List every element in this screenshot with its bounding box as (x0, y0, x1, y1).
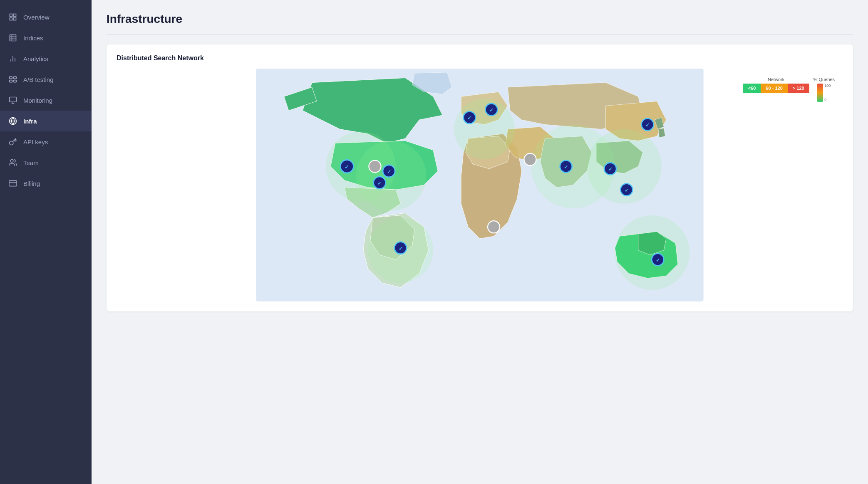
globe-icon (8, 116, 17, 126)
svg-text:✓: ✓ (377, 180, 382, 186)
sidebar-item-label: Infra (23, 118, 37, 125)
svg-text:✓: ✓ (399, 246, 403, 252)
svg-rect-4 (10, 35, 16, 41)
sidebar-item-label: Analytics (23, 55, 48, 62)
svg-rect-14 (14, 80, 17, 82)
svg-rect-22 (9, 180, 17, 186)
svg-rect-0 (10, 14, 12, 17)
legend-seg-orange: 60 - 120 (761, 84, 787, 93)
sidebar-item-label: Monitoring (23, 97, 52, 104)
key-icon (8, 137, 17, 146)
legend-scale: 100 0 (824, 84, 831, 102)
svg-rect-11 (10, 77, 12, 79)
title-divider (107, 34, 853, 35)
glow-australia (615, 215, 689, 290)
sidebar-item-label: API keys (23, 138, 48, 146)
sidebar-item-label: Indices (23, 35, 43, 42)
svg-rect-13 (10, 80, 12, 82)
sidebar-item-label: Billing (23, 180, 40, 187)
sidebar: Overview Indices Analytics A/B testing M… (0, 0, 92, 484)
svg-text:✓: ✓ (489, 107, 494, 113)
bar-chart-icon (8, 54, 17, 63)
svg-point-21 (10, 160, 13, 163)
svg-text:✓: ✓ (564, 164, 568, 170)
grid-icon (8, 12, 17, 22)
sidebar-item-billing[interactable]: Billing (0, 173, 92, 194)
svg-rect-12 (14, 77, 17, 79)
map-legend: Network <60 60 - 120 > 120 % Queries 100… (743, 77, 835, 102)
svg-point-20 (10, 141, 13, 145)
users-icon (8, 158, 17, 167)
legend-seg-green: <60 (743, 84, 761, 93)
table-icon (8, 33, 17, 42)
legend-network: Network <60 60 - 120 > 120 (743, 77, 809, 93)
page-title: Infrastructure (107, 12, 853, 26)
svg-text:✓: ✓ (467, 115, 471, 121)
sidebar-item-label: Team (23, 159, 39, 166)
sidebar-item-team[interactable]: Team (0, 152, 92, 173)
sidebar-item-monitoring[interactable]: Monitoring (0, 90, 92, 111)
svg-text:✓: ✓ (608, 166, 613, 172)
split-icon (8, 75, 17, 84)
sidebar-item-indices[interactable]: Indices (0, 27, 92, 48)
legend-network-label: Network (768, 77, 784, 82)
credit-card-icon (8, 179, 17, 188)
sidebar-item-analytics[interactable]: Analytics (0, 48, 92, 69)
sidebar-item-infra[interactable]: Infra (0, 111, 92, 131)
map-card: Distributed Search Network (107, 44, 853, 311)
main-content: Infrastructure Distributed Search Networ… (92, 0, 868, 484)
node-middle-east[interactable] (524, 153, 536, 165)
map-container: ✓ ✓ ✓ ✓ ✓ ✓ (117, 69, 843, 301)
svg-text:✓: ✓ (345, 164, 349, 170)
svg-rect-15 (10, 97, 17, 102)
svg-text:✓: ✓ (645, 122, 650, 128)
sidebar-item-overview[interactable]: Overview (0, 7, 92, 27)
legend-seg-red: > 120 (788, 84, 809, 93)
svg-rect-1 (14, 14, 16, 17)
legend-gradient-bar (817, 84, 823, 102)
glow-europe (454, 99, 515, 160)
world-map-svg: ✓ ✓ ✓ ✓ ✓ ✓ (117, 69, 843, 301)
sidebar-item-ab-testing[interactable]: A/B testing (0, 69, 92, 90)
map-card-title: Distributed Search Network (117, 54, 843, 62)
svg-text:✓: ✓ (625, 188, 629, 193)
svg-rect-3 (14, 18, 16, 20)
legend-queries: % Queries 100 0 (813, 77, 835, 102)
svg-rect-2 (10, 18, 12, 20)
svg-text:✓: ✓ (656, 257, 660, 263)
sidebar-item-label: Overview (23, 14, 50, 21)
svg-text:✓: ✓ (387, 169, 391, 175)
sidebar-item-api-keys[interactable]: API keys (0, 131, 92, 152)
node-usa-central[interactable] (369, 161, 381, 173)
sidebar-item-label: A/B testing (23, 76, 54, 83)
monitor-icon (8, 96, 17, 105)
node-south-africa[interactable] (488, 221, 500, 233)
legend-network-bar: <60 60 - 120 > 120 (743, 84, 809, 93)
legend-queries-label: % Queries (813, 77, 835, 82)
